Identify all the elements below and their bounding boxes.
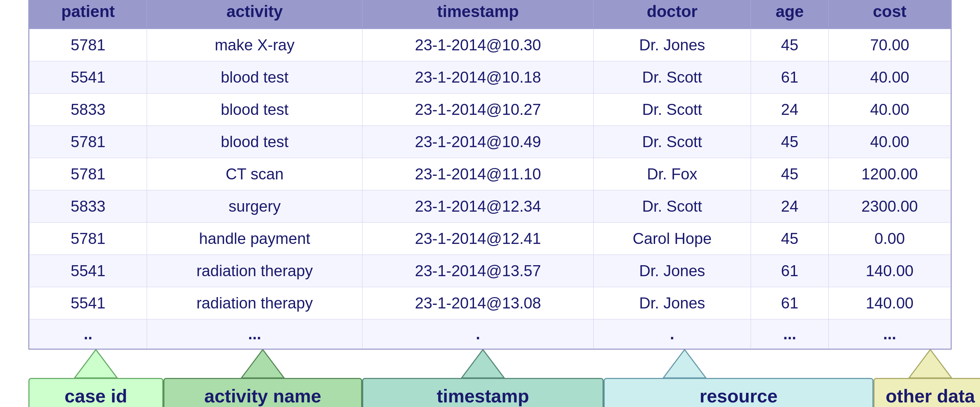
svg-marker-3 [663, 350, 706, 378]
cell-r6-c3: Carol Hope [593, 223, 751, 255]
cell-r2-c0: 5833 [29, 93, 147, 126]
table-row: 5781handle payment23-1-2014@12.41Carol H… [29, 223, 951, 255]
cell-r5-c4: 24 [751, 190, 828, 223]
cell-r1-c1: blood test [146, 61, 362, 93]
cell-r4-c2: 23-1-2014@11.10 [363, 158, 594, 190]
cell-r8-c5: 140.00 [829, 287, 951, 320]
dots-cell-3: . [593, 320, 751, 349]
col-header-patient: patient [29, 0, 147, 29]
dots-cell-2: . [363, 320, 594, 349]
cell-r6-c0: 5781 [29, 223, 147, 255]
svg-marker-1 [242, 350, 284, 378]
cell-r1-c5: 40.00 [829, 61, 951, 93]
cell-r7-c2: 23-1-2014@13.57 [363, 255, 594, 287]
cell-r4-c0: 5781 [29, 158, 147, 190]
svg-marker-2 [461, 350, 504, 378]
main-container: patient activity timestamp doctor age co… [29, 0, 951, 407]
cell-r7-c1: radiation therapy [146, 255, 362, 287]
cell-r4-c4: 45 [751, 158, 828, 190]
cell-r5-c5: 2300.00 [829, 190, 951, 223]
cell-r3-c4: 45 [751, 126, 828, 158]
cell-r1-c3: Dr. Scott [593, 61, 751, 93]
dots-cell-5: ... [829, 320, 951, 349]
table-header-row: patient activity timestamp doctor age co… [29, 0, 951, 29]
col-header-cost: cost [829, 0, 951, 29]
table-row: 5541blood test23-1-2014@10.18Dr. Scott61… [29, 61, 951, 93]
label-box-other_data: other data [873, 378, 980, 407]
cell-r3-c3: Dr. Scott [593, 126, 751, 158]
cell-r2-c2: 23-1-2014@10.27 [363, 93, 594, 126]
cell-r3-c0: 5781 [29, 126, 147, 158]
event-log-table: patient activity timestamp doctor age co… [29, 0, 951, 349]
table-row: 5541radiation therapy23-1-2014@13.08Dr. … [29, 287, 951, 320]
cell-r3-c5: 40.00 [829, 126, 951, 158]
cell-r4-c1: CT scan [146, 158, 362, 190]
label-item-resource: resource [604, 350, 873, 407]
label-box-case_id: case id [29, 378, 163, 407]
svg-marker-4 [909, 350, 951, 378]
label-box-activity_name: activity name [163, 378, 362, 407]
table-row: 5781blood test23-1-2014@10.49Dr. Scott45… [29, 126, 951, 158]
col-header-age: age [751, 0, 828, 29]
cell-r2-c4: 24 [751, 93, 828, 126]
cell-r4-c5: 1200.00 [829, 158, 951, 190]
cell-r2-c5: 40.00 [829, 93, 951, 126]
cell-r0-c4: 45 [751, 29, 828, 61]
dots-cell-0: .. [29, 320, 147, 349]
label-item-timestamp: timestamp [362, 350, 604, 407]
cell-r0-c0: 5781 [29, 29, 147, 61]
cell-r1-c2: 23-1-2014@10.18 [363, 61, 594, 93]
data-table-wrapper: patient activity timestamp doctor age co… [29, 0, 951, 350]
cell-r0-c1: make X-ray [146, 29, 362, 61]
bottom-labels-row: case idactivity nametimestampresourceoth… [29, 350, 951, 407]
cell-r6-c1: handle payment [146, 223, 362, 255]
cell-r8-c4: 61 [751, 287, 828, 320]
cell-r1-c0: 5541 [29, 61, 147, 93]
cell-r2-c3: Dr. Scott [593, 93, 751, 126]
cell-r5-c2: 23-1-2014@12.34 [363, 190, 594, 223]
col-header-doctor: doctor [593, 0, 751, 29]
dots-cell-1: ... [146, 320, 362, 349]
label-item-case_id: case id [29, 350, 163, 407]
table-row: 5833blood test23-1-2014@10.27Dr. Scott24… [29, 93, 951, 126]
cell-r7-c0: 5541 [29, 255, 147, 287]
cell-r0-c5: 70.00 [829, 29, 951, 61]
cell-r1-c4: 61 [751, 61, 828, 93]
cell-r0-c2: 23-1-2014@10.30 [363, 29, 594, 61]
cell-r6-c5: 0.00 [829, 223, 951, 255]
activity_name-arrow-icon [163, 350, 362, 378]
cell-r5-c1: surgery [146, 190, 362, 223]
label-box-timestamp: timestamp [362, 378, 604, 407]
table-row: 5781CT scan23-1-2014@11.10Dr. Fox451200.… [29, 158, 951, 190]
col-header-activity: activity [146, 0, 362, 29]
cell-r6-c2: 23-1-2014@12.41 [363, 223, 594, 255]
case_id-arrow-icon [29, 350, 163, 378]
cell-r5-c0: 5833 [29, 190, 147, 223]
cell-r7-c3: Dr. Jones [593, 255, 751, 287]
cell-r8-c3: Dr. Jones [593, 287, 751, 320]
resource-arrow-icon [604, 350, 873, 378]
cell-r8-c0: 5541 [29, 287, 147, 320]
cell-r7-c4: 61 [751, 255, 828, 287]
table-row: 5833surgery23-1-2014@12.34Dr. Scott24230… [29, 190, 951, 223]
label-box-resource: resource [604, 378, 873, 407]
cell-r8-c1: radiation therapy [146, 287, 362, 320]
label-item-other_data: other data [873, 350, 980, 407]
other_data-arrow-icon [873, 350, 980, 378]
timestamp-arrow-icon [362, 350, 604, 378]
cell-r3-c2: 23-1-2014@10.49 [363, 126, 594, 158]
cell-r8-c2: 23-1-2014@13.08 [363, 287, 594, 320]
cell-r3-c1: blood test [146, 126, 362, 158]
cell-r4-c3: Dr. Fox [593, 158, 751, 190]
label-item-activity_name: activity name [163, 350, 362, 407]
cell-r5-c3: Dr. Scott [593, 190, 751, 223]
cell-r2-c1: blood test [146, 93, 362, 126]
table-row: 5541radiation therapy23-1-2014@13.57Dr. … [29, 255, 951, 287]
cell-r7-c5: 140.00 [829, 255, 951, 287]
table-row: 5781make X-ray23-1-2014@10.30Dr. Jones45… [29, 29, 951, 61]
cell-r6-c4: 45 [751, 223, 828, 255]
dots-cell-4: ... [751, 320, 828, 349]
col-header-timestamp: timestamp [363, 0, 594, 29]
dots-row: ............. [29, 320, 951, 349]
cell-r0-c3: Dr. Jones [593, 29, 751, 61]
